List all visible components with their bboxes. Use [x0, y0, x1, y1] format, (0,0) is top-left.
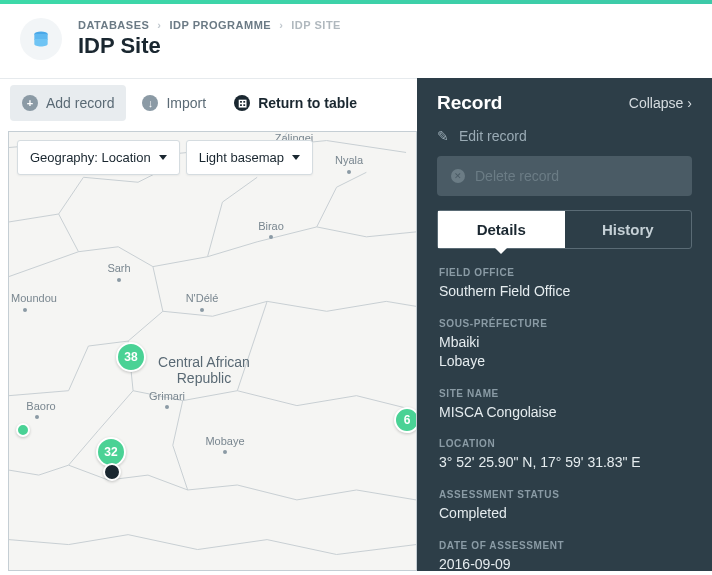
- field-label: DATE OF ASSESSMENT: [439, 540, 690, 551]
- breadcrumb: DATABASES › IDP PROGRAMME › IDP SITE: [78, 19, 341, 31]
- chevron-down-icon: [292, 155, 300, 160]
- breadcrumb-l1[interactable]: DATABASES: [78, 19, 149, 31]
- city-label: Baoro: [26, 400, 55, 412]
- field-value: 2016-09-09: [439, 555, 690, 571]
- collapse-button[interactable]: Collapse ›: [629, 95, 692, 111]
- database-icon: [20, 18, 62, 60]
- basemap-dropdown[interactable]: Light basemap: [186, 140, 313, 175]
- page-title: IDP Site: [78, 33, 341, 59]
- city-label: Nyala: [335, 154, 363, 166]
- field-label: ASSESSMENT STATUS: [439, 489, 690, 500]
- return-to-table-button[interactable]: ⊞ Return to table: [222, 85, 369, 121]
- delete-record-button[interactable]: ✕ Delete record: [437, 156, 692, 196]
- field-value: Southern Field Office: [439, 282, 690, 302]
- table-icon: ⊞: [234, 95, 250, 111]
- breadcrumb-l3: IDP SITE: [291, 19, 341, 31]
- field-value: Mbaiki Lobaye: [439, 333, 690, 372]
- map-boundaries: [9, 132, 416, 570]
- tab-history[interactable]: History: [565, 211, 692, 248]
- cluster-marker[interactable]: 38: [116, 342, 146, 372]
- field-value: 3° 52' 25.90" N, 17° 59' 31.83" E: [439, 453, 690, 473]
- country-label: Central African Republic: [158, 354, 250, 386]
- selected-marker[interactable]: [103, 463, 121, 481]
- map[interactable]: Geography: Location Light basemap Zaling…: [8, 131, 417, 571]
- field-label: SITE NAME: [439, 388, 690, 399]
- pencil-icon: ✎: [437, 128, 449, 144]
- add-record-button[interactable]: + Add record: [10, 85, 126, 121]
- field-label: SOUS-PRÉFECTURE: [439, 318, 690, 329]
- city-label: Mobaye: [205, 435, 244, 447]
- chevron-down-icon: [159, 155, 167, 160]
- details-pane: FIELD OFFICESouthern Field Office SOUS-P…: [417, 267, 712, 571]
- panel-tabs: Details History: [437, 210, 692, 249]
- field-value: Completed: [439, 504, 690, 524]
- geography-dropdown[interactable]: Geography: Location: [17, 140, 180, 175]
- panel-title: Record: [437, 92, 502, 114]
- city-label: Birao: [258, 220, 284, 232]
- tab-details[interactable]: Details: [438, 211, 565, 248]
- city-label: Grimari: [149, 390, 185, 402]
- city-label: Sarh: [107, 262, 130, 274]
- city-label: Moundou: [11, 292, 57, 304]
- field-label: FIELD OFFICE: [439, 267, 690, 278]
- record-panel: Record Collapse › ✎ Edit record ✕ Delete…: [417, 78, 712, 571]
- point-marker[interactable]: [16, 423, 30, 437]
- page-header: DATABASES › IDP PROGRAMME › IDP SITE IDP…: [0, 4, 712, 78]
- cluster-marker[interactable]: 6: [394, 407, 417, 433]
- field-label: LOCATION: [439, 438, 690, 449]
- import-button[interactable]: ↓ Import: [130, 85, 218, 121]
- edit-record-button[interactable]: ✎ Edit record: [437, 124, 692, 148]
- field-value: MISCA Congolaise: [439, 403, 690, 423]
- toolbar: + Add record ↓ Import ⊞ Return to table: [0, 78, 417, 127]
- breadcrumb-l2[interactable]: IDP PROGRAMME: [170, 19, 272, 31]
- chevron-right-icon: ›: [687, 95, 692, 111]
- city-label: N'Délé: [186, 292, 219, 304]
- plus-icon: +: [22, 95, 38, 111]
- close-icon: ✕: [451, 169, 465, 183]
- import-icon: ↓: [142, 95, 158, 111]
